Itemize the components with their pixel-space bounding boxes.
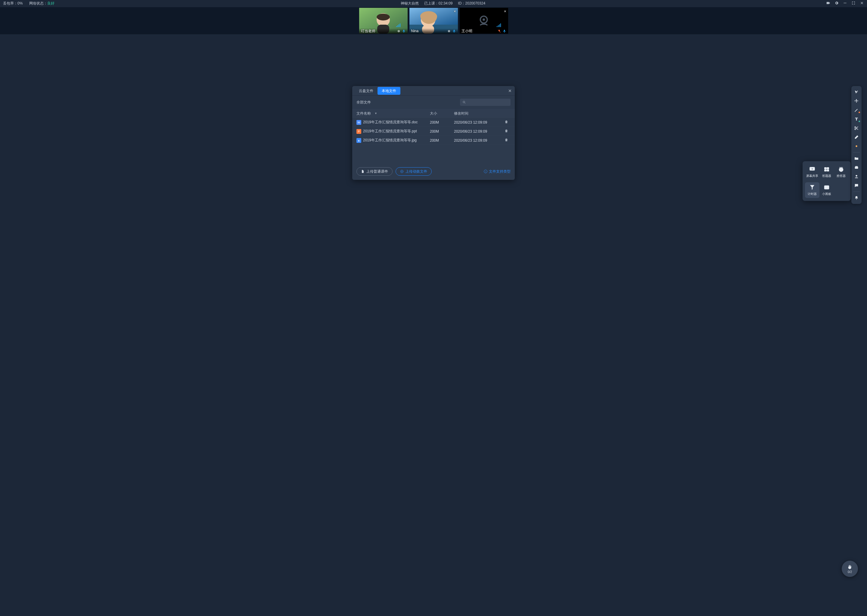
modal-tabs: 云盘文件 本地文件 ✕ [352, 86, 515, 96]
mic-icon [402, 29, 406, 33]
video-tile[interactable]: 叮当老师 [359, 8, 408, 34]
camera-off-icon [477, 14, 491, 28]
svg-point-5 [398, 31, 399, 31]
svg-point-34 [856, 175, 857, 176]
toolbar-divider [853, 152, 860, 152]
svg-text:2+3: 2+3 [825, 187, 828, 189]
right-toolbar [851, 86, 862, 204]
top-bar-left: 丢包率：0% 网络状态：良好 [3, 1, 60, 6]
column-time[interactable]: 修改时间 [454, 111, 502, 116]
tab-cloud-files[interactable]: 云盘文件 [355, 87, 377, 95]
video-tile[interactable]: × Nina [410, 8, 458, 34]
tool-apps-icon[interactable] [852, 163, 861, 172]
top-bar-right [826, 1, 864, 6]
file-size: 200M [430, 138, 454, 143]
tool-bell-icon[interactable] [852, 194, 861, 202]
network-value: 良好 [47, 1, 55, 5]
tool-label: 答题器 [822, 174, 831, 178]
participant-name: Nina [411, 29, 447, 33]
column-size[interactable]: 大小 [430, 111, 454, 116]
tool-label: 计时器 [808, 192, 817, 196]
tool-color-dot-icon[interactable] [852, 142, 861, 150]
upload-animated-button[interactable]: 上传动效文件 [396, 167, 432, 176]
file-size: 200M [430, 129, 454, 134]
camera-icon [397, 29, 401, 33]
audio-bars [497, 24, 501, 27]
delete-icon[interactable] [504, 120, 508, 125]
tool-small-board[interactable]: 2+3 小黑板 [820, 182, 834, 198]
audio-bars [396, 24, 400, 27]
file-table-header: 文件名称 ▼ 大小 修改时间 [352, 109, 515, 118]
file-doc-icon: W [356, 120, 361, 125]
modal-footer: 上传普通课件 上传动效文件 文件支持类型 [352, 163, 515, 180]
svg-rect-24 [824, 170, 826, 171]
fullscreen-icon[interactable] [851, 1, 856, 6]
minimize-icon[interactable] [843, 1, 847, 6]
upload-normal-button[interactable]: 上传普通课件 [356, 167, 393, 176]
class-time-value: 02:34:09 [438, 1, 453, 5]
file-time: 2020/06/23 12:09:09 [454, 129, 502, 134]
camera-icon [447, 29, 451, 33]
participant-name: 王小明 [462, 28, 497, 34]
search-input[interactable] [460, 99, 511, 106]
network-label: 网络状态： [29, 1, 47, 5]
toolbar-divider [853, 192, 860, 192]
tab-local-files[interactable]: 本地文件 [377, 87, 400, 95]
tool-cursor-sparkle-icon[interactable] [852, 88, 861, 96]
tool-buzzer[interactable]: 抢答器 [834, 164, 848, 180]
svg-rect-0 [843, 3, 846, 3]
file-size: 200M [430, 120, 454, 124]
packet-loss-value: 0% [17, 1, 22, 5]
table-row[interactable]: P 2019年工作汇报情况查询等等.ppt 200M 2020/06/23 12… [352, 127, 515, 136]
tool-scissors-icon[interactable] [852, 124, 861, 132]
file-ppt-icon: P [356, 129, 361, 134]
file-name: 2019年工作汇报情况查询等等.jpg [363, 138, 417, 143]
video-tile[interactable]: × 王小明 [460, 8, 508, 34]
raise-hand-count: 0/2 [848, 570, 852, 574]
table-row[interactable]: W 2019年工作汇报情况查询等等.doc 200M 2020/06/23 12… [352, 118, 515, 127]
column-name[interactable]: 文件名称 ▼ [356, 111, 430, 116]
table-row[interactable]: ▲ 2019年工作汇报情况查询等等.jpg 200M 2020/06/23 12… [352, 136, 515, 145]
tool-label: 屏幕共享 [806, 174, 818, 178]
mic-icon [503, 29, 506, 33]
tool-label: 抢答器 [837, 174, 846, 178]
file-time: 2020/06/23 12:09:09 [454, 120, 502, 124]
tool-chat-icon[interactable] [852, 181, 861, 190]
tool-eraser-icon[interactable] [852, 133, 861, 141]
tile-close-icon[interactable]: × [454, 9, 456, 14]
close-icon[interactable] [860, 1, 864, 6]
settings-icon[interactable] [834, 1, 839, 6]
tile-close-icon[interactable]: × [504, 9, 506, 14]
hand-icon [847, 564, 853, 570]
packet-loss-label: 丢包率： [3, 1, 17, 5]
file-jpg-icon: ▲ [356, 138, 361, 143]
svg-point-13 [482, 18, 485, 21]
tool-screen-share[interactable]: 屏幕共享 [805, 164, 820, 180]
svg-point-15 [463, 101, 465, 103]
tools-popover: 屏幕共享 答题器 抢答器 计时器 2+3 小黑板 [802, 161, 851, 201]
tool-timer[interactable]: 计时器 [805, 182, 820, 198]
top-bar-center: 神秘大自然 已上课：02:34:09 ID：2020070324 [60, 1, 826, 6]
tool-pen-icon[interactable] [852, 106, 861, 114]
camera-toggle-icon[interactable] [826, 1, 830, 6]
file-modal: 云盘文件 本地文件 ✕ 全部文件 文件名称 ▼ 大小 修改时间 W 2019年工… [352, 86, 515, 180]
class-time-label: 已上课： [424, 1, 438, 5]
file-name: 2019年工作汇报情况查询等等.ppt [363, 129, 417, 134]
tool-move-icon[interactable] [852, 97, 861, 105]
mic-icon [452, 29, 456, 33]
raise-hand-fab[interactable]: 0/2 [842, 561, 858, 577]
tool-answer[interactable]: 答题器 [820, 164, 834, 180]
tool-folder-icon[interactable] [852, 154, 861, 163]
modal-close-icon[interactable]: ✕ [508, 88, 512, 94]
supported-types-link[interactable]: 文件支持类型 [484, 169, 511, 174]
svg-point-11 [449, 31, 449, 31]
sort-caret-icon: ▼ [375, 112, 377, 115]
tool-text-icon[interactable] [852, 115, 861, 123]
svg-rect-32 [855, 167, 858, 169]
tool-label: 小黑板 [822, 192, 831, 196]
search-icon [462, 101, 466, 104]
tool-user-icon[interactable] [852, 172, 861, 181]
delete-icon[interactable] [504, 129, 508, 134]
delete-icon[interactable] [504, 138, 508, 143]
svg-rect-23 [827, 168, 829, 169]
